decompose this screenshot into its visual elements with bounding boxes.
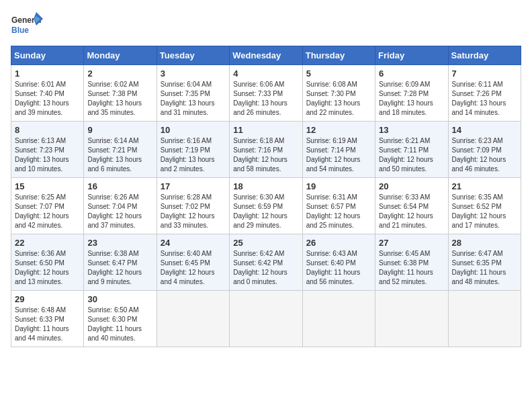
day-number: 3 <box>161 68 226 79</box>
day-number: 10 <box>161 125 226 135</box>
calendar-cell <box>157 291 229 347</box>
calendar-week-3: 15 Sunrise: 6:25 AM Sunset: 7:07 PM Dayl… <box>11 178 521 234</box>
calendar-cell: 6 Sunrise: 6:09 AM Sunset: 7:28 PM Dayli… <box>375 65 448 122</box>
calendar-cell <box>448 291 521 347</box>
day-number: 30 <box>87 294 152 304</box>
day-number: 19 <box>306 181 371 191</box>
day-number: 11 <box>233 125 298 135</box>
day-info: Sunrise: 6:25 AM Sunset: 7:07 PM Dayligh… <box>15 193 80 230</box>
calendar-cell: 28 Sunrise: 6:47 AM Sunset: 6:35 PM Dayl… <box>448 234 521 291</box>
calendar-cell: 3 Sunrise: 6:04 AM Sunset: 7:35 PM Dayli… <box>157 65 229 122</box>
day-number: 9 <box>87 125 152 135</box>
calendar-cell <box>302 291 375 347</box>
calendar-cell: 24 Sunrise: 6:40 AM Sunset: 6:45 PM Dayl… <box>157 234 229 291</box>
day-info: Sunrise: 6:48 AM Sunset: 6:33 PM Dayligh… <box>15 306 80 343</box>
calendar-cell: 20 Sunrise: 6:33 AM Sunset: 6:54 PM Dayl… <box>375 178 448 234</box>
calendar-cell: 27 Sunrise: 6:45 AM Sunset: 6:38 PM Dayl… <box>375 234 448 291</box>
day-number: 25 <box>233 238 298 248</box>
day-info: Sunrise: 6:06 AM Sunset: 7:33 PM Dayligh… <box>233 80 298 118</box>
day-info: Sunrise: 6:04 AM Sunset: 7:35 PM Dayligh… <box>161 80 226 118</box>
calendar-week-1: 1 Sunrise: 6:01 AM Sunset: 7:40 PM Dayli… <box>11 65 521 122</box>
day-number: 24 <box>161 238 226 248</box>
calendar-cell: 21 Sunrise: 6:35 AM Sunset: 6:52 PM Dayl… <box>448 178 521 234</box>
day-number: 4 <box>233 68 298 79</box>
day-info: Sunrise: 6:08 AM Sunset: 7:30 PM Dayligh… <box>306 80 371 118</box>
day-number: 13 <box>379 125 444 135</box>
calendar-cell: 2 Sunrise: 6:02 AM Sunset: 7:38 PM Dayli… <box>84 65 157 122</box>
calendar-cell: 11 Sunrise: 6:18 AM Sunset: 7:16 PM Dayl… <box>230 122 302 178</box>
day-number: 18 <box>233 181 298 191</box>
calendar-cell: 9 Sunrise: 6:14 AM Sunset: 7:21 PM Dayli… <box>84 122 157 178</box>
day-number: 6 <box>379 68 444 79</box>
day-info: Sunrise: 6:47 AM Sunset: 6:35 PM Dayligh… <box>452 249 517 287</box>
weekday-header-thursday: Thursday <box>302 46 375 65</box>
calendar-cell: 29 Sunrise: 6:48 AM Sunset: 6:33 PM Dayl… <box>11 291 84 347</box>
calendar-cell: 12 Sunrise: 6:19 AM Sunset: 7:14 PM Dayl… <box>302 122 375 178</box>
day-info: Sunrise: 6:42 AM Sunset: 6:42 PM Dayligh… <box>233 249 298 287</box>
day-number: 21 <box>452 181 517 191</box>
day-info: Sunrise: 6:45 AM Sunset: 6:38 PM Dayligh… <box>379 249 444 287</box>
day-info: Sunrise: 6:01 AM Sunset: 7:40 PM Dayligh… <box>15 80 80 118</box>
day-info: Sunrise: 6:19 AM Sunset: 7:14 PM Dayligh… <box>306 136 371 174</box>
day-info: Sunrise: 6:02 AM Sunset: 7:38 PM Dayligh… <box>87 80 152 118</box>
day-info: Sunrise: 6:50 AM Sunset: 6:30 PM Dayligh… <box>87 306 152 343</box>
day-number: 20 <box>379 181 444 191</box>
calendar-cell: 16 Sunrise: 6:26 AM Sunset: 7:04 PM Dayl… <box>84 178 157 234</box>
day-number: 15 <box>15 181 80 191</box>
day-info: Sunrise: 6:16 AM Sunset: 7:19 PM Dayligh… <box>161 136 226 174</box>
weekday-header-row: SundayMondayTuesdayWednesdayThursdayFrid… <box>11 46 521 65</box>
calendar-week-4: 22 Sunrise: 6:36 AM Sunset: 6:50 PM Dayl… <box>11 234 521 291</box>
logo: General Blue <box>11 11 44 39</box>
day-info: Sunrise: 6:40 AM Sunset: 6:45 PM Dayligh… <box>161 249 226 287</box>
day-info: Sunrise: 6:35 AM Sunset: 6:52 PM Dayligh… <box>452 193 517 230</box>
day-info: Sunrise: 6:23 AM Sunset: 7:09 PM Dayligh… <box>452 136 517 174</box>
day-info: Sunrise: 6:30 AM Sunset: 6:59 PM Dayligh… <box>233 193 298 230</box>
calendar-cell: 7 Sunrise: 6:11 AM Sunset: 7:26 PM Dayli… <box>448 65 521 122</box>
day-number: 2 <box>87 68 152 79</box>
day-number: 17 <box>161 181 226 191</box>
calendar-cell: 25 Sunrise: 6:42 AM Sunset: 6:42 PM Dayl… <box>230 234 302 291</box>
day-number: 23 <box>87 238 152 248</box>
day-info: Sunrise: 6:18 AM Sunset: 7:16 PM Dayligh… <box>233 136 298 174</box>
day-number: 28 <box>452 238 517 248</box>
weekday-header-wednesday: Wednesday <box>230 46 302 65</box>
calendar-table: SundayMondayTuesdayWednesdayThursdayFrid… <box>11 46 521 347</box>
day-number: 29 <box>15 294 80 304</box>
calendar-cell: 13 Sunrise: 6:21 AM Sunset: 7:11 PM Dayl… <box>375 122 448 178</box>
calendar-cell: 10 Sunrise: 6:16 AM Sunset: 7:19 PM Dayl… <box>157 122 229 178</box>
page-header: General Blue <box>11 11 521 39</box>
day-info: Sunrise: 6:13 AM Sunset: 7:23 PM Dayligh… <box>15 136 80 174</box>
day-number: 27 <box>379 238 444 248</box>
weekday-header-friday: Friday <box>375 46 448 65</box>
calendar-cell <box>375 291 448 347</box>
day-info: Sunrise: 6:33 AM Sunset: 6:54 PM Dayligh… <box>379 193 444 230</box>
day-number: 7 <box>452 68 517 79</box>
day-number: 16 <box>87 181 152 191</box>
day-info: Sunrise: 6:26 AM Sunset: 7:04 PM Dayligh… <box>87 193 152 230</box>
day-number: 14 <box>452 125 517 135</box>
day-number: 26 <box>306 238 371 248</box>
calendar-cell: 14 Sunrise: 6:23 AM Sunset: 7:09 PM Dayl… <box>448 122 521 178</box>
day-number: 12 <box>306 125 371 135</box>
logo-svg: General Blue <box>11 11 44 39</box>
day-info: Sunrise: 6:38 AM Sunset: 6:47 PM Dayligh… <box>87 249 152 287</box>
weekday-header-tuesday: Tuesday <box>157 46 229 65</box>
day-number: 22 <box>15 238 80 248</box>
weekday-header-monday: Monday <box>84 46 157 65</box>
calendar-cell: 18 Sunrise: 6:30 AM Sunset: 6:59 PM Dayl… <box>230 178 302 234</box>
day-info: Sunrise: 6:09 AM Sunset: 7:28 PM Dayligh… <box>379 80 444 118</box>
calendar-cell: 17 Sunrise: 6:28 AM Sunset: 7:02 PM Dayl… <box>157 178 229 234</box>
svg-text:Blue: Blue <box>11 26 29 35</box>
calendar-cell: 30 Sunrise: 6:50 AM Sunset: 6:30 PM Dayl… <box>84 291 157 347</box>
calendar-cell: 19 Sunrise: 6:31 AM Sunset: 6:57 PM Dayl… <box>302 178 375 234</box>
calendar-cell: 22 Sunrise: 6:36 AM Sunset: 6:50 PM Dayl… <box>11 234 84 291</box>
day-info: Sunrise: 6:36 AM Sunset: 6:50 PM Dayligh… <box>15 249 80 287</box>
day-number: 1 <box>15 68 80 79</box>
calendar-cell: 26 Sunrise: 6:43 AM Sunset: 6:40 PM Dayl… <box>302 234 375 291</box>
calendar-cell: 4 Sunrise: 6:06 AM Sunset: 7:33 PM Dayli… <box>230 65 302 122</box>
weekday-header-saturday: Saturday <box>448 46 521 65</box>
calendar-cell: 1 Sunrise: 6:01 AM Sunset: 7:40 PM Dayli… <box>11 65 84 122</box>
day-info: Sunrise: 6:28 AM Sunset: 7:02 PM Dayligh… <box>161 193 226 230</box>
calendar-cell <box>230 291 302 347</box>
day-number: 5 <box>306 68 371 79</box>
